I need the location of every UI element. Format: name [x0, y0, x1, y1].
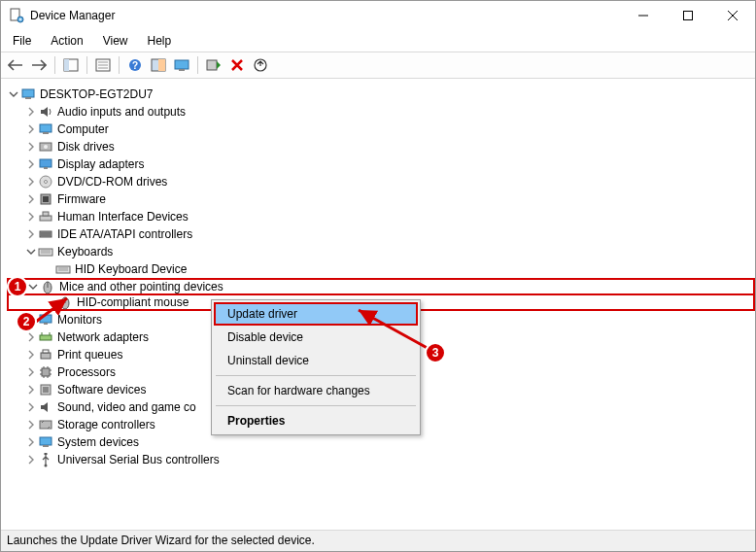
monitor-icon [38, 312, 53, 328]
context-properties[interactable]: Properties [214, 409, 418, 432]
tree-item-hid[interactable]: Human Interface Devices [7, 208, 755, 225]
chevron-right-icon[interactable] [24, 330, 38, 344]
svg-rect-11 [179, 69, 185, 71]
keyboard-icon [55, 261, 71, 277]
annotation-badge-3: 3 [425, 342, 446, 363]
properties-button[interactable] [92, 54, 114, 76]
toolbar-separator [86, 56, 87, 74]
chevron-right-icon[interactable] [24, 210, 38, 224]
tree-item-ide[interactable]: IDE ATA/ATAPI controllers [7, 225, 755, 243]
uninstall-button[interactable] [226, 54, 248, 76]
chevron-right-icon[interactable] [24, 122, 38, 136]
chevron-right-icon[interactable] [24, 453, 38, 466]
svg-rect-36 [41, 353, 51, 359]
context-scan-hardware[interactable]: Scan for hardware changes [214, 379, 418, 402]
chevron-right-icon[interactable] [24, 140, 38, 154]
menu-view[interactable]: View [95, 32, 136, 50]
chevron-right-icon[interactable] [24, 105, 38, 119]
tree-item-label: IDE ATA/ATAPI controllers [57, 225, 192, 243]
annotation-badge-1: 1 [7, 276, 28, 297]
tree-item-dvd[interactable]: DVD/CD-ROM drives [7, 173, 755, 190]
app-icon [9, 8, 24, 23]
tree-item-label: Computer [57, 121, 109, 138]
tree-item-label: Print queues [57, 346, 122, 363]
sound-icon [38, 399, 53, 415]
chevron-right-icon[interactable] [24, 418, 38, 431]
tree-item-disk[interactable]: Disk drives [7, 138, 755, 155]
storage-icon [38, 417, 53, 432]
tree-item-keyboards[interactable]: Keyboards [7, 243, 755, 260]
network-icon [38, 329, 53, 345]
cpu-icon [38, 364, 53, 380]
svg-rect-16 [40, 124, 52, 132]
close-button[interactable] [710, 1, 755, 30]
tree-item-label: Keyboards [57, 243, 113, 260]
menu-action[interactable]: Action [43, 32, 90, 50]
chevron-right-icon[interactable] [24, 157, 38, 171]
svg-rect-4 [64, 59, 69, 71]
svg-rect-10 [175, 60, 189, 69]
toolbar: ? [1, 52, 755, 79]
maximize-button[interactable] [666, 1, 710, 30]
tree-item-label: Network adapters [57, 328, 149, 346]
annotation-badge-2: 2 [16, 311, 37, 332]
tree-item-firmware[interactable]: Firmware [7, 190, 755, 208]
help-button[interactable]: ? [124, 54, 146, 76]
svg-rect-2 [684, 12, 693, 20]
tree-item-label: HID Keyboard Device [75, 260, 187, 278]
tree-item-label: Software devices [57, 381, 146, 398]
ide-icon [38, 226, 53, 242]
tree-item-label: HID-compliant mouse [77, 293, 189, 311]
tree-item-system[interactable]: System devices [7, 433, 755, 451]
svg-rect-15 [25, 97, 31, 99]
chevron-right-icon[interactable] [24, 400, 38, 414]
computer-icon [20, 86, 36, 102]
chevron-down-icon[interactable] [26, 280, 40, 293]
tree-item-hid-keyboard[interactable]: HID Keyboard Device [7, 260, 755, 278]
menu-bar: File Action View Help [1, 30, 755, 52]
tree-item-label: Sound, video and game co [57, 398, 196, 416]
chevron-right-icon[interactable] [24, 435, 38, 449]
tree-item-audio[interactable]: Audio inputs and outputs [7, 103, 755, 121]
chevron-right-icon[interactable] [24, 175, 38, 189]
context-uninstall-device[interactable]: Uninstall device [214, 349, 418, 372]
svg-rect-33 [40, 315, 52, 323]
chevron-right-icon[interactable] [24, 383, 38, 397]
update-driver-button[interactable] [250, 54, 271, 76]
minimize-button[interactable] [621, 1, 666, 30]
firmware-icon [38, 191, 53, 207]
svg-rect-25 [43, 196, 49, 202]
menu-file[interactable]: File [5, 32, 39, 50]
action-button[interactable] [148, 54, 169, 76]
chevron-right-icon[interactable] [24, 365, 38, 379]
svg-rect-41 [40, 421, 52, 429]
scan-hardware-button[interactable] [203, 54, 224, 76]
context-update-driver[interactable]: Update driver [214, 302, 418, 326]
audio-icon [38, 104, 53, 120]
forward-button[interactable] [28, 54, 50, 76]
svg-rect-28 [40, 231, 52, 237]
menu-help[interactable]: Help [140, 32, 180, 50]
display-icon [38, 156, 53, 172]
context-disable-device[interactable]: Disable device [214, 326, 418, 349]
svg-point-23 [45, 181, 48, 184]
dvd-icon [38, 174, 53, 190]
computer-icon [38, 121, 53, 137]
title-bar: Device Manager [1, 1, 755, 30]
tree-item-usb[interactable]: Universal Serial Bus controllers [7, 451, 755, 468]
monitor-button[interactable] [171, 54, 192, 76]
show-hide-tree-button[interactable] [60, 54, 82, 76]
tree-root[interactable]: DESKTOP-EGT2DU7 [7, 86, 755, 103]
back-button[interactable] [5, 54, 26, 76]
chevron-down-icon[interactable] [7, 87, 20, 101]
chevron-right-icon[interactable] [24, 192, 38, 206]
chevron-down-icon[interactable] [24, 245, 38, 259]
tree-item-display[interactable]: Display adapters [7, 155, 755, 173]
tree-item-label: Monitors [57, 311, 102, 328]
chevron-right-icon[interactable] [24, 348, 38, 362]
chevron-right-icon[interactable] [24, 227, 38, 241]
context-menu: Update driver Disable device Uninstall d… [211, 299, 421, 435]
tree-item-computer[interactable]: Computer [7, 121, 755, 138]
svg-rect-40 [43, 387, 49, 393]
printer-icon [38, 347, 53, 362]
